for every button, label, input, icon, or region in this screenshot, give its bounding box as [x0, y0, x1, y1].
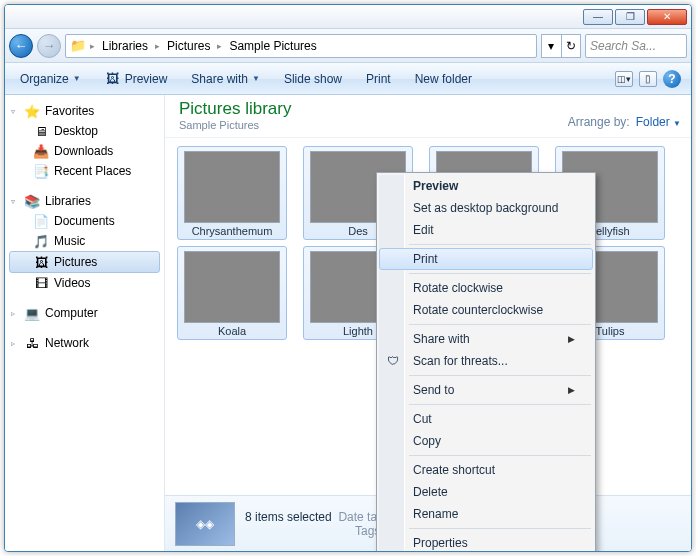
- submenu-arrow-icon: ▶: [568, 385, 575, 395]
- address-bar[interactable]: 📁 ▸ Libraries ▸ Pictures ▸ Sample Pictur…: [65, 34, 537, 58]
- arrange-by-control[interactable]: Arrange by: Folder ▼: [568, 99, 681, 131]
- context-menu-preview[interactable]: Preview: [379, 175, 593, 197]
- expander-icon: ▿: [11, 107, 19, 116]
- context-menu-properties[interactable]: Properties: [379, 532, 593, 552]
- sidebar-favorites-label: Favorites: [45, 104, 94, 118]
- chevron-right-icon: ▸: [155, 41, 160, 51]
- slide-show-button[interactable]: Slide show: [279, 69, 347, 89]
- sidebar-item-music[interactable]: 🎵Music: [9, 231, 160, 251]
- context-menu-rotate-clockwise[interactable]: Rotate clockwise: [379, 277, 593, 299]
- context-menu-rename[interactable]: Rename: [379, 503, 593, 525]
- sidebar-item-pictures[interactable]: 🖼Pictures: [9, 251, 160, 273]
- sidebar-computer-label: Computer: [45, 306, 98, 320]
- preview-button[interactable]: 🖼Preview: [100, 68, 173, 90]
- expander-icon: ▹: [11, 309, 19, 318]
- star-icon: ⭐: [24, 103, 40, 119]
- context-menu-delete[interactable]: Delete: [379, 481, 593, 503]
- back-button[interactable]: ←: [9, 34, 33, 58]
- thumbnail-caption: Koala: [182, 323, 282, 337]
- search-input[interactable]: Search Sa...: [585, 34, 687, 58]
- sidebar-item-label: Pictures: [54, 255, 97, 269]
- context-menu-separator: [409, 244, 591, 245]
- sidebar-item-label: Downloads: [54, 144, 113, 158]
- context-menu-item-label: Copy: [413, 434, 441, 448]
- chevron-right-icon: ▸: [90, 41, 95, 51]
- close-button[interactable]: ✕: [647, 9, 687, 25]
- thumbnail-chrysanthemum[interactable]: Chrysanthemum: [177, 146, 287, 240]
- expander-icon: ▹: [11, 339, 19, 348]
- context-menu-item-label: Delete: [413, 485, 448, 499]
- sidebar-item-downloads[interactable]: 📥Downloads: [9, 141, 160, 161]
- help-button[interactable]: ?: [663, 70, 681, 88]
- sidebar-item-label: Music: [54, 234, 85, 248]
- context-menu-share-with[interactable]: Share with▶: [379, 328, 593, 350]
- navigation-row: ← → 📁 ▸ Libraries ▸ Pictures ▸ Sample Pi…: [5, 29, 691, 63]
- videos-icon: 🎞: [33, 275, 49, 291]
- preview-label: Preview: [125, 72, 168, 86]
- organize-label: Organize: [20, 72, 69, 86]
- sidebar-libraries-header[interactable]: ▿📚Libraries: [9, 191, 160, 211]
- chevron-down-icon: ▼: [673, 119, 681, 128]
- sidebar-item-documents[interactable]: 📄Documents: [9, 211, 160, 231]
- context-menu-create-shortcut[interactable]: Create shortcut: [379, 459, 593, 481]
- library-header: Pictures library Sample Pictures Arrange…: [165, 95, 691, 138]
- context-menu-cut[interactable]: Cut: [379, 408, 593, 430]
- view-options-button[interactable]: ◫▾: [615, 71, 633, 87]
- organize-button[interactable]: Organize ▼: [15, 69, 86, 89]
- library-subtitle: Sample Pictures: [179, 119, 291, 131]
- sidebar-item-computer[interactable]: ▹💻Computer: [9, 303, 160, 323]
- desktop-icon: 🖥: [33, 123, 49, 139]
- refresh-button[interactable]: ↻: [561, 34, 582, 58]
- sidebar-item-desktop[interactable]: 🖥Desktop: [9, 121, 160, 141]
- sidebar-favorites-group: ▿⭐Favorites 🖥Desktop📥Downloads📑Recent Pl…: [9, 101, 160, 181]
- context-menu-print[interactable]: Print: [379, 248, 593, 270]
- chevron-right-icon: ▸: [217, 41, 222, 51]
- minimize-button[interactable]: —: [583, 9, 613, 25]
- context-menu-set-as-desktop-background[interactable]: Set as desktop background: [379, 197, 593, 219]
- sidebar-item-label: Documents: [54, 214, 115, 228]
- context-menu-item-label: Edit: [413, 223, 434, 237]
- maximize-button[interactable]: ❐: [615, 9, 645, 25]
- downloads-icon: 📥: [33, 143, 49, 159]
- forward-button[interactable]: →: [37, 34, 61, 58]
- context-menu-item-label: Properties: [413, 536, 468, 550]
- context-menu-scan-for-threats[interactable]: 🛡Scan for threats...: [379, 350, 593, 372]
- documents-icon: 📄: [33, 213, 49, 229]
- network-icon: 🖧: [24, 335, 40, 351]
- breadcrumb-sample-pictures[interactable]: Sample Pictures: [226, 39, 319, 53]
- thumbnail-koala[interactable]: Koala: [177, 246, 287, 340]
- pictures-icon: 🖼: [33, 254, 49, 270]
- thumbnail-image: [184, 251, 280, 323]
- sidebar-item-recent[interactable]: 📑Recent Places: [9, 161, 160, 181]
- context-menu-copy[interactable]: Copy: [379, 430, 593, 452]
- library-title: Pictures library: [179, 99, 291, 119]
- explorer-window: — ❐ ✕ ← → 📁 ▸ Libraries ▸ Pictures ▸ Sam…: [4, 4, 692, 552]
- new-folder-button[interactable]: New folder: [410, 69, 477, 89]
- context-menu-rotate-counterclockwise[interactable]: Rotate counterclockwise: [379, 299, 593, 321]
- context-menu-item-label: Print: [413, 252, 438, 266]
- context-menu-item-label: Create shortcut: [413, 463, 495, 477]
- preview-pane-button[interactable]: ▯: [639, 71, 657, 87]
- address-dropdown-button[interactable]: ▾: [541, 34, 561, 58]
- toolbar: Organize ▼ 🖼Preview Share with ▼ Slide s…: [5, 63, 691, 95]
- sidebar-favorites-header[interactable]: ▿⭐Favorites: [9, 101, 160, 121]
- folder-icon: 📁: [70, 38, 86, 54]
- breadcrumb-pictures[interactable]: Pictures: [164, 39, 213, 53]
- context-menu-edit[interactable]: Edit: [379, 219, 593, 241]
- selection-thumbnail: ◈◈: [175, 502, 235, 546]
- context-menu-item-label: Rotate clockwise: [413, 281, 503, 295]
- context-menu-send-to[interactable]: Send to▶: [379, 379, 593, 401]
- sidebar-item-label: Desktop: [54, 124, 98, 138]
- sidebar-item-network[interactable]: ▹🖧Network: [9, 333, 160, 353]
- context-menu-item-label: Send to: [413, 383, 454, 397]
- print-button[interactable]: Print: [361, 69, 396, 89]
- sidebar-item-label: Recent Places: [54, 164, 131, 178]
- expander-icon: ▿: [11, 197, 19, 206]
- context-menu-separator: [409, 455, 591, 456]
- sidebar-item-videos[interactable]: 🎞Videos: [9, 273, 160, 293]
- libraries-icon: 📚: [24, 193, 40, 209]
- breadcrumb-libraries[interactable]: Libraries: [99, 39, 151, 53]
- share-with-button[interactable]: Share with ▼: [186, 69, 265, 89]
- context-menu-item-label: Set as desktop background: [413, 201, 558, 215]
- thumbnail-image: [184, 151, 280, 223]
